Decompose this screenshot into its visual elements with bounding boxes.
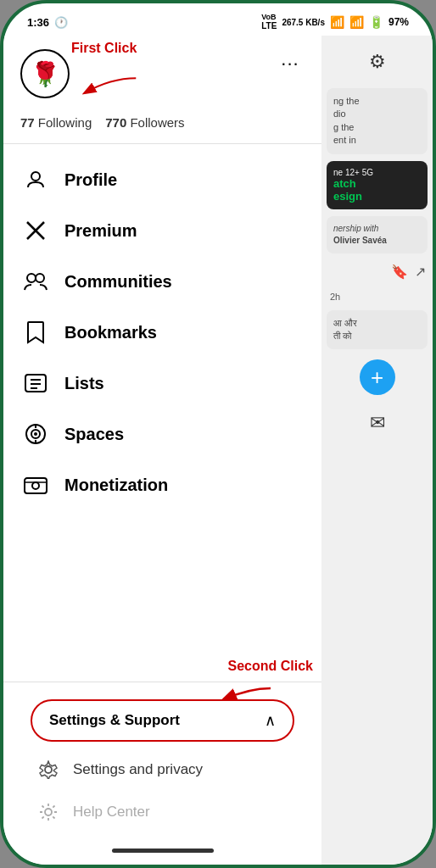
settings-support-button[interactable]: Settings & Support ∧ xyxy=(31,699,294,742)
monetization-label: Monetization xyxy=(64,476,168,495)
menu-item-premium[interactable]: Premium xyxy=(3,205,321,256)
feed-text-1: ng the xyxy=(333,95,421,108)
bookmark-action-icon[interactable]: 🔖 xyxy=(391,264,408,280)
signal-icon: 📶 xyxy=(349,15,364,29)
svg-point-9 xyxy=(34,432,37,436)
premium-label: Premium xyxy=(64,221,137,241)
feed-card-line1: ne 12+ 5G xyxy=(333,168,421,177)
settings-support-label: Settings & Support xyxy=(49,712,180,729)
lists-label: Lists xyxy=(64,374,104,393)
mail-icon: ✉ xyxy=(370,412,385,434)
menu-item-monetization[interactable]: Monetization xyxy=(3,459,321,510)
gear-button[interactable]: ⚙ xyxy=(361,46,394,78)
gear-icon: ⚙ xyxy=(369,51,386,73)
x-logo-icon xyxy=(24,219,48,242)
svg-point-13 xyxy=(32,482,39,489)
first-click-label: First Click xyxy=(71,41,137,56)
feed-peek-inner: ⚙ ng the dio g the ent in ne 12+ 5G atch… xyxy=(321,36,433,448)
menu-item-lists[interactable]: Lists xyxy=(3,358,321,409)
help-center-label: Help Center xyxy=(73,804,150,821)
feed-text-2: dio xyxy=(333,108,421,120)
drawer: 🌹 First Click xyxy=(3,36,321,865)
feed-card-3: nership with Olivier Savéa xyxy=(327,216,428,253)
menu-item-profile[interactable]: Profile xyxy=(3,154,321,205)
battery-percent: 97% xyxy=(388,16,409,28)
network-label: VoB LTE xyxy=(261,14,277,31)
communities-label: Communities xyxy=(64,272,172,292)
divider-bottom xyxy=(3,682,321,682)
lists-icon xyxy=(24,371,48,395)
avatar-rose-icon: 🌹 xyxy=(31,60,60,88)
menu-item-bookmarks[interactable]: Bookmarks xyxy=(3,307,321,358)
battery-icon: 🔋 xyxy=(369,15,383,29)
plus-icon: + xyxy=(371,364,383,391)
feed-peek: ⚙ ng the dio g the ent in ne 12+ 5G atch… xyxy=(321,36,433,865)
wifi-icon: 📶 xyxy=(330,15,344,29)
feed-card-title2: esign xyxy=(333,190,421,203)
mail-button[interactable]: ✉ xyxy=(361,407,394,439)
bookmarks-label: Bookmarks xyxy=(64,323,157,342)
speed-label: 267.5 KB/s xyxy=(282,18,325,27)
profile-label: Profile xyxy=(64,170,117,190)
menu-item-spaces[interactable]: Spaces xyxy=(3,409,321,459)
spaces-label: Spaces xyxy=(64,425,124,444)
svg-point-16 xyxy=(45,809,52,815)
drawer-header: 🌹 First Click xyxy=(3,36,321,105)
settings-gear-icon xyxy=(37,759,59,781)
status-right: VoB LTE 267.5 KB/s 📶 📶 🔋 97% xyxy=(261,14,409,31)
help-center-item[interactable]: Help Center xyxy=(17,791,308,833)
monetization-icon xyxy=(24,473,48,497)
chevron-up-icon: ∧ xyxy=(265,711,276,730)
time: 1:36 xyxy=(27,16,49,29)
settings-privacy-item[interactable]: Settings and privacy xyxy=(17,748,308,791)
divider-top xyxy=(3,143,321,144)
more-button[interactable]: ··· xyxy=(276,49,305,78)
help-sun-icon xyxy=(37,801,59,823)
clock-icon: 🕐 xyxy=(54,16,68,29)
avatar[interactable]: 🌹 xyxy=(20,49,70,98)
feed-text-3: g the xyxy=(333,121,421,134)
status-left: 1:36 🕐 xyxy=(27,16,68,29)
feed-card-2: ne 12+ 5G atch esign xyxy=(327,161,428,209)
svg-point-1 xyxy=(27,274,36,282)
svg-point-0 xyxy=(31,172,40,181)
home-bar xyxy=(112,849,214,853)
svg-point-2 xyxy=(36,274,44,282)
svg-line-24 xyxy=(42,816,44,818)
svg-line-21 xyxy=(42,806,44,808)
phone-frame: 1:36 🕐 VoB LTE 267.5 KB/s 📶 📶 🔋 97% xyxy=(0,0,436,868)
spaces-icon xyxy=(24,422,48,446)
following-stat: 77 Following xyxy=(20,115,92,130)
second-click-label: Second Click xyxy=(228,659,313,674)
home-indicator xyxy=(3,840,321,865)
bookmark-icon xyxy=(24,320,48,344)
avatar-wrapper[interactable]: 🌹 xyxy=(20,49,70,98)
svg-rect-12 xyxy=(25,478,47,493)
feed-card-title: atch xyxy=(333,177,421,190)
more-icon: ··· xyxy=(281,53,299,75)
feed-card-4: आ और ती को xyxy=(327,310,428,350)
avatar-section: 🌹 First Click xyxy=(20,49,70,98)
feed-card-1: ng the dio g the ent in xyxy=(327,88,428,154)
stats-row: 77 Following 770 Followers xyxy=(3,105,321,140)
menu-list: Profile Premium xyxy=(3,147,321,678)
svg-line-22 xyxy=(53,816,54,818)
fab-button[interactable]: + xyxy=(360,359,395,395)
feed-text-4: ent in xyxy=(333,134,421,147)
followers-stat: 770 Followers xyxy=(105,115,184,130)
first-click-arrow xyxy=(73,75,141,100)
feed-time: 2h xyxy=(327,290,428,303)
communities-icon xyxy=(24,270,48,293)
profile-icon xyxy=(24,168,48,192)
menu-item-communities[interactable]: Communities xyxy=(3,256,321,307)
svg-point-15 xyxy=(45,766,52,773)
share-action-icon[interactable]: ↗ xyxy=(415,264,426,280)
svg-line-23 xyxy=(53,806,54,808)
status-bar: 1:36 🕐 VoB LTE 267.5 KB/s 📶 📶 🔋 97% xyxy=(3,3,433,36)
settings-privacy-label: Settings and privacy xyxy=(73,761,203,778)
main-content: 🌹 First Click xyxy=(3,36,433,865)
feed-actions: 🔖 ↗ xyxy=(327,260,428,283)
